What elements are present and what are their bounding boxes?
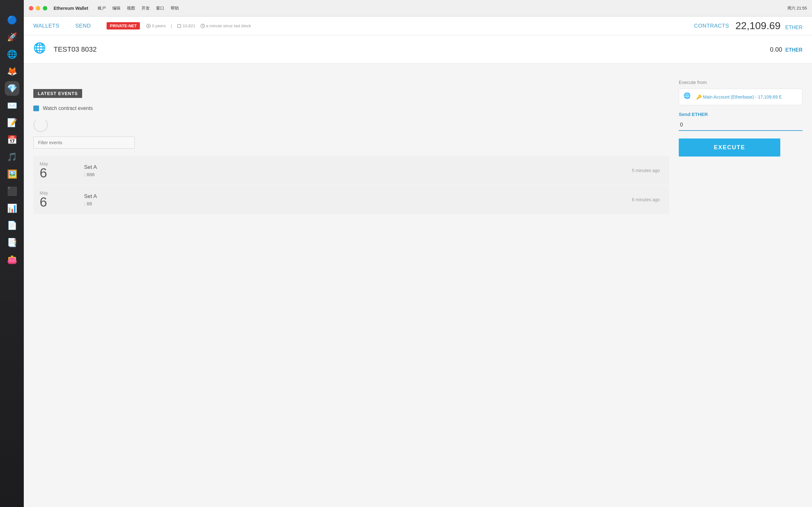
svg-rect-1 (177, 24, 181, 27)
nav-send[interactable]: SEND (75, 23, 91, 29)
dock-icon-ethereum[interactable]: 💎 (5, 81, 19, 96)
menu-help[interactable]: 帮助 (171, 5, 179, 11)
menu-edit[interactable]: 编辑 (112, 5, 120, 11)
contract-balance-display: 0.00 ETHER (770, 46, 803, 53)
watch-checkbox[interactable] (33, 106, 39, 111)
event-details-1: Set A : 888 (78, 164, 632, 177)
nav-wallets[interactable]: WALLETS (33, 23, 59, 29)
nav-contracts[interactable]: CONTRACTS (694, 23, 729, 29)
send-label: Send ETHER (679, 112, 803, 117)
dock-icon-excel[interactable]: 📊 (5, 201, 19, 216)
minimize-button[interactable] (36, 6, 40, 10)
watch-events-label: Watch contract events (43, 106, 93, 111)
peers-icon (146, 24, 151, 28)
execute-from-label: Execute from (679, 79, 803, 85)
loading-spinner (33, 118, 46, 130)
menu-window[interactable]: 窗口 (156, 5, 164, 11)
app-container: Ethereum Wallet 账户 编辑 视图 开发 窗口 帮助 周六 21:… (24, 0, 812, 507)
dock-icon-photos[interactable]: 🖼️ (5, 167, 19, 181)
dock-icon-terminal[interactable]: ⬛ (5, 184, 19, 199)
dock-icon-calendar[interactable]: 📅 (5, 132, 19, 147)
content-area: 🌐 TEST03 8032 0.00 ETHER LATEST EVENTS (24, 36, 812, 507)
event-time-2: 6 minutes ago (632, 197, 663, 202)
mac-dock: 🔵 🚀 🌐 🦊 💎 ✉️ 📝 📅 🎵 🖼️ ⬛ 📊 📄 📑 👛 (0, 0, 24, 507)
event-date-1: May 6 (40, 161, 78, 180)
event-details-2: Set A : 88 (78, 193, 632, 206)
event-row[interactable]: May 6 Set A : 88 6 minutes ago (33, 185, 669, 214)
clock-icon (200, 24, 205, 28)
event-row[interactable]: May 6 Set A : 888 5 minutes ago (33, 156, 669, 185)
menu-dev[interactable]: 开发 (142, 5, 150, 11)
event-time-1: 5 minutes ago (632, 168, 663, 173)
close-button[interactable] (29, 6, 33, 10)
right-panel: Execute from 🌐 🔑 Main Account (Etherbase… (669, 73, 803, 221)
contract-name: TEST03 8032 (54, 45, 97, 54)
dock-icon-mail[interactable]: ✉️ (5, 98, 19, 113)
status-bar-right: 周六 21:55 (787, 5, 807, 11)
dock-icon-notes[interactable]: 📝 (5, 115, 19, 130)
maximize-button[interactable] (43, 6, 47, 10)
watch-events-row[interactable]: Watch contract events (33, 106, 669, 111)
menu-bar: 账户 编辑 视图 开发 窗口 帮助 (98, 5, 179, 11)
block-number-status: 10,821 (177, 23, 195, 28)
dock-icon-wallet2[interactable]: 👛 (5, 252, 19, 267)
contract-icon: 🌐 (33, 42, 49, 57)
menu-accounts[interactable]: 账户 (98, 5, 106, 11)
left-panel: LATEST EVENTS Watch contract events (33, 73, 669, 221)
contract-header: 🌐 TEST03 8032 0.00 ETHER (24, 36, 812, 64)
nav-status: 0 peers | 10,821 a minute since last blo… (146, 23, 251, 28)
events-list: May 6 Set A : 888 5 minutes ago (33, 156, 669, 214)
dock-icon-launch[interactable]: 🚀 (5, 30, 19, 44)
last-block-status: a minute since last block (200, 23, 251, 28)
menu-view[interactable]: 视图 (127, 5, 135, 11)
nav-balance: 22,109.69 ETHER (735, 20, 803, 32)
peers-status: 0 peers (146, 23, 165, 28)
traffic-lights (29, 6, 47, 10)
separator: | (171, 23, 172, 28)
dock-icon-metamask[interactable]: 🦊 (5, 64, 19, 78)
events-section-header: LATEST EVENTS (33, 89, 82, 98)
dock-icon-word[interactable]: 📄 (5, 218, 19, 233)
dock-icon-finder[interactable]: 🔵 (5, 13, 19, 27)
execute-button[interactable]: EXECUTE (679, 138, 780, 157)
dock-icon-safari[interactable]: 🌐 (5, 47, 19, 61)
send-ether-input[interactable] (679, 119, 803, 131)
account-avatar: 🌐 (683, 92, 693, 102)
app-title: Ethereum Wallet (54, 6, 88, 11)
account-name: 🔑 Main Account (Etherbase) - 17,109.69 E (696, 95, 782, 100)
two-panel: LATEST EVENTS Watch contract events (33, 73, 803, 221)
main-content: 🌐 TEST03 8032 0.00 ETHER LATEST EVENTS (24, 36, 812, 507)
event-date-2: May 6 (40, 190, 78, 209)
account-selector[interactable]: 🌐 🔑 Main Account (Etherbase) - 17,109.69… (679, 89, 803, 105)
nav-right: CONTRACTS 22,109.69 ETHER (694, 20, 803, 32)
block-icon (177, 24, 182, 28)
dock-icon-powerpoint[interactable]: 📑 (5, 235, 19, 250)
time-display: 周六 21:55 (787, 5, 807, 11)
dock-icon-music[interactable]: 🎵 (5, 150, 19, 164)
filter-events-input[interactable] (33, 136, 135, 149)
nav-bar: WALLETS SEND PRIVATE-NET 0 peers | 10,82… (24, 16, 812, 36)
title-bar: Ethereum Wallet 账户 编辑 视图 开发 窗口 帮助 周六 21:… (24, 0, 812, 16)
latest-events-section: LATEST EVENTS Watch contract events (33, 89, 669, 214)
private-net-badge: PRIVATE-NET (107, 22, 140, 30)
